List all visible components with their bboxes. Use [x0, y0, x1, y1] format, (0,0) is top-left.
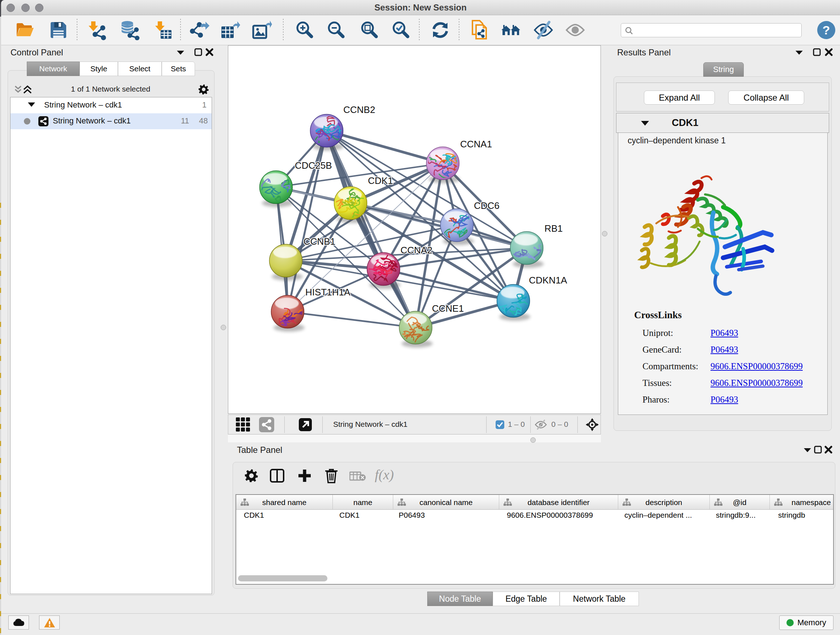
svg-text:?: ?: [823, 23, 830, 37]
svg-text:CCNB1: CCNB1: [303, 236, 335, 247]
svg-text:CDC6: CDC6: [474, 200, 500, 211]
svg-text:CCNB2: CCNB2: [343, 104, 375, 115]
svg-text:CDK1: CDK1: [368, 175, 393, 186]
svg-text:HIST1H1A: HIST1H1A: [305, 287, 351, 298]
svg-text:CDKN1A: CDKN1A: [529, 275, 567, 286]
svg-text:RB1: RB1: [545, 223, 563, 234]
svg-text:CCNA1: CCNA1: [460, 139, 492, 149]
svg-text:CCNE1: CCNE1: [432, 303, 464, 314]
svg-text:CDC25B: CDC25B: [295, 160, 332, 171]
svg-text:CCNA2: CCNA2: [401, 245, 432, 256]
